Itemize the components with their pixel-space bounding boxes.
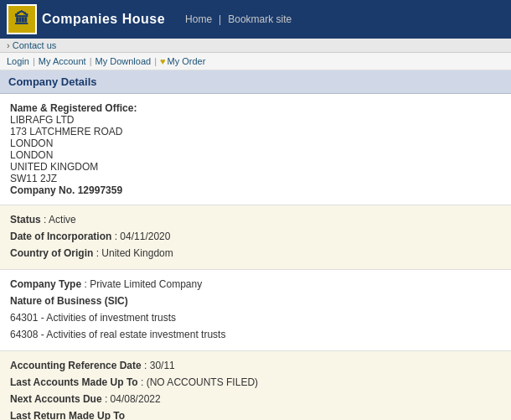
header: 🏛 Companies House Home | Bookmark site xyxy=(0,0,511,39)
status-value: Active xyxy=(49,214,76,226)
sep-3: | xyxy=(154,56,157,66)
last-made-up-sep: : xyxy=(141,376,147,388)
header-nav: Home | Bookmark site xyxy=(182,13,295,25)
last-made-up-line: Last Accounts Made Up To : (NO ACCOUNTS … xyxy=(10,375,501,390)
country-label: Country of Origin xyxy=(10,247,93,259)
company-address-line2: LONDON xyxy=(10,137,501,149)
doi-label: Date of Incorporation xyxy=(10,231,111,242)
company-num-value: 12997359 xyxy=(78,184,122,196)
page-title: Company Details xyxy=(0,70,511,94)
contact-bar: › Contact us xyxy=(0,39,511,53)
type-value: Private Limited Company xyxy=(90,278,202,290)
bookmark-link[interactable]: Bookmark site xyxy=(225,13,295,25)
next-due-value: 04/08/2022 xyxy=(111,393,161,405)
company-name: LIBRAFG LTD xyxy=(10,114,501,126)
status-section: Status : Active Date of Incorporation : … xyxy=(0,205,511,270)
status-label: Status xyxy=(10,214,41,226)
my-order-link[interactable]: My Order xyxy=(168,56,206,66)
last-made-up-label: Last Accounts Made Up To xyxy=(10,376,138,388)
ref-date-sep: : xyxy=(144,360,150,371)
last-made-up-value: (NO ACCOUNTS FILED) xyxy=(147,376,258,388)
account-nav: Login | My Account | My Download | ♥ My … xyxy=(0,53,511,70)
nature-label: Nature of Business (SIC) xyxy=(10,295,128,307)
type-line: Company Type : Private Limited Company xyxy=(10,277,501,292)
logo-icon: 🏛 xyxy=(7,4,37,34)
last-return-label: Last Return Made Up To xyxy=(10,410,125,420)
login-link[interactable]: Login xyxy=(7,56,29,66)
header-logo: 🏛 Companies House xyxy=(7,4,165,34)
home-link[interactable]: Home xyxy=(182,13,215,25)
company-info-section: Name & Registered Office: LIBRAFG LTD 17… xyxy=(0,94,511,205)
ref-date-value: 30/11 xyxy=(150,360,175,371)
my-order-container: ♥ My Order xyxy=(160,56,205,66)
ref-date-label: Accounting Reference Date xyxy=(10,360,142,371)
type-section: Company Type : Private Limited Company N… xyxy=(0,270,511,351)
accounts-section: Accounting Reference Date : 30/11 Last A… xyxy=(0,351,511,420)
name-address-label: Name & Registered Office: xyxy=(10,102,501,114)
sic2-line: 64308 - Activities of real estate invest… xyxy=(10,327,501,342)
company-num-label: Company No. xyxy=(10,184,75,196)
heart-icon: ♥ xyxy=(160,56,166,66)
doi-line: Date of Incorporation : 04/11/2020 xyxy=(10,229,501,244)
ref-date-line: Accounting Reference Date : 30/11 xyxy=(10,358,501,373)
company-address-line1: 173 LATCHMERE ROAD xyxy=(10,126,501,137)
company-address-line3: LONDON xyxy=(10,149,501,161)
site-title: Companies House xyxy=(42,12,165,27)
country-line: Country of Origin : United Kingdom xyxy=(10,246,501,261)
doi-value: 04/11/2020 xyxy=(120,231,170,242)
sic1-line: 64301 - Activities of investment trusts xyxy=(10,310,501,325)
next-due-label: Next Accounts Due xyxy=(10,393,102,405)
my-download-link[interactable]: My Download xyxy=(95,56,152,66)
sep-2: | xyxy=(90,56,92,66)
next-due-sep: : xyxy=(105,393,111,405)
last-return-line: Last Return Made Up To xyxy=(10,408,501,420)
company-number: Company No. 12997359 xyxy=(10,184,501,196)
nav-sep-1: | xyxy=(219,13,221,25)
contact-us-link[interactable]: Contact us xyxy=(13,40,57,50)
type-label: Company Type xyxy=(10,278,81,290)
nature-label-line: Nature of Business (SIC) xyxy=(10,293,501,309)
country-value: United Kingdom xyxy=(101,247,173,259)
main-content: Name & Registered Office: LIBRAFG LTD 17… xyxy=(0,94,511,420)
chevron-icon: › xyxy=(7,40,10,50)
my-account-link[interactable]: My Account xyxy=(39,56,86,66)
status-line: Status : Active xyxy=(10,212,501,227)
company-address-line5: SW11 2JZ xyxy=(10,173,501,184)
sep-1: | xyxy=(33,56,35,66)
company-address-line4: UNITED KINGDOM xyxy=(10,161,501,173)
next-due-line: Next Accounts Due : 04/08/2022 xyxy=(10,391,501,407)
